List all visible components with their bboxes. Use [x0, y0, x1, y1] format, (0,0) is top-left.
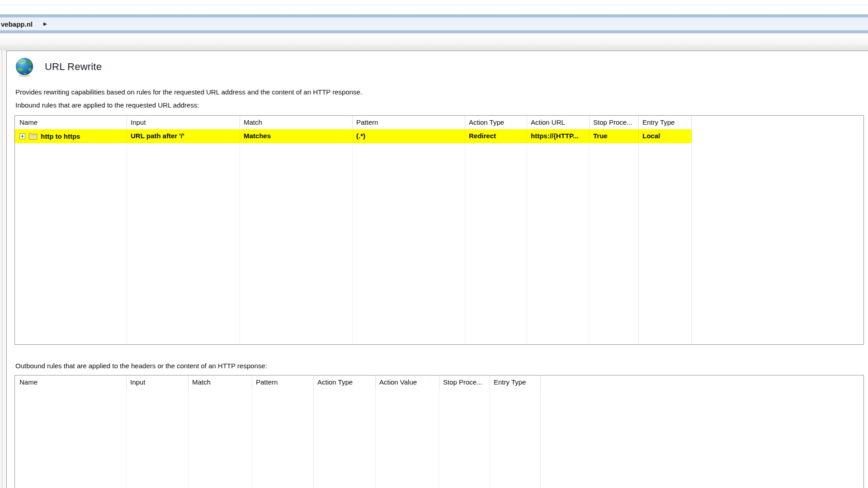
outbound-rules-label: Outbound rules that are applied to the h…	[15, 362, 267, 370]
rule-name: http to https	[41, 132, 80, 140]
inbound-column-gridlines	[15, 129, 863, 344]
column-header-entry-type[interactable]: Entry Type	[639, 116, 692, 129]
inbound-table-body: http to https URL path after '/' Matches…	[15, 129, 863, 344]
inbound-rules-label: Inbound rules that are applied to the re…	[15, 101, 199, 109]
column-header-match[interactable]: Match	[189, 375, 252, 389]
rule-stop-processing: True	[590, 129, 639, 143]
expand-plus-icon[interactable]	[19, 133, 25, 139]
title-bar-area	[0, 0, 868, 14]
column-header-pattern[interactable]: Pattern	[252, 375, 314, 389]
breadcrumb-item-site[interactable]: vebapp.nl	[0, 20, 33, 28]
column-header-action-type[interactable]: Action Type	[314, 375, 376, 389]
column-header-name[interactable]: Name	[15, 116, 127, 129]
column-header-filler	[692, 116, 863, 129]
column-header-entry-type[interactable]: Entry Type	[490, 375, 541, 389]
rule-input: URL path after '/'	[127, 129, 240, 143]
outbound-rules-table: Name Input Match Pattern Action Type Act…	[14, 375, 864, 488]
column-header-stop-processing[interactable]: Stop Proce...	[439, 375, 490, 389]
outbound-table-body	[15, 389, 863, 488]
column-header-filler	[541, 375, 863, 389]
globe-icon	[14, 56, 35, 77]
rule-name-cell: http to https	[15, 129, 127, 143]
column-header-action-type[interactable]: Action Type	[465, 116, 527, 129]
menu-divider	[0, 5, 868, 5]
column-header-match[interactable]: Match	[240, 116, 353, 129]
column-header-input[interactable]: Input	[127, 375, 189, 389]
rule-entry-type: Local	[639, 129, 692, 143]
outbound-table-header: Name Input Match Pattern Action Type Act…	[15, 375, 863, 389]
folder-icon	[28, 133, 38, 140]
connections-pane-edge	[0, 51, 6, 488]
pane-splitter[interactable]	[2, 51, 2, 488]
rule-action-type: Redirect	[465, 129, 527, 143]
table-row[interactable]: http to https URL path after '/' Matches…	[15, 129, 692, 143]
column-header-name[interactable]: Name	[15, 375, 127, 389]
breadcrumb-arrow-icon[interactable]: ▶	[43, 22, 47, 26]
toolbar-strip	[0, 33, 868, 51]
column-header-stop-processing[interactable]: Stop Proce...	[590, 116, 639, 129]
rule-match: Matches	[240, 129, 353, 143]
page-description: Provides rewriting capabilities based on…	[15, 88, 362, 96]
inbound-rules-table: Name Input Match Pattern Action Type Act…	[14, 115, 864, 345]
breadcrumb[interactable]: vebapp.nl ▶	[0, 14, 868, 33]
outbound-column-gridlines	[15, 389, 863, 488]
rule-pattern: (.*)	[353, 129, 465, 143]
feature-page: URL Rewrite Provides rewriting capabilit…	[6, 51, 868, 488]
column-header-pattern[interactable]: Pattern	[353, 116, 465, 129]
column-header-input[interactable]: Input	[127, 116, 240, 129]
column-header-action-value[interactable]: Action Value	[376, 375, 439, 389]
column-header-action-url[interactable]: Action URL	[527, 116, 590, 129]
inbound-table-header: Name Input Match Pattern Action Type Act…	[15, 116, 863, 129]
rule-action-url: https://{HTTP...	[527, 129, 590, 143]
page-title: URL Rewrite	[45, 61, 102, 73]
